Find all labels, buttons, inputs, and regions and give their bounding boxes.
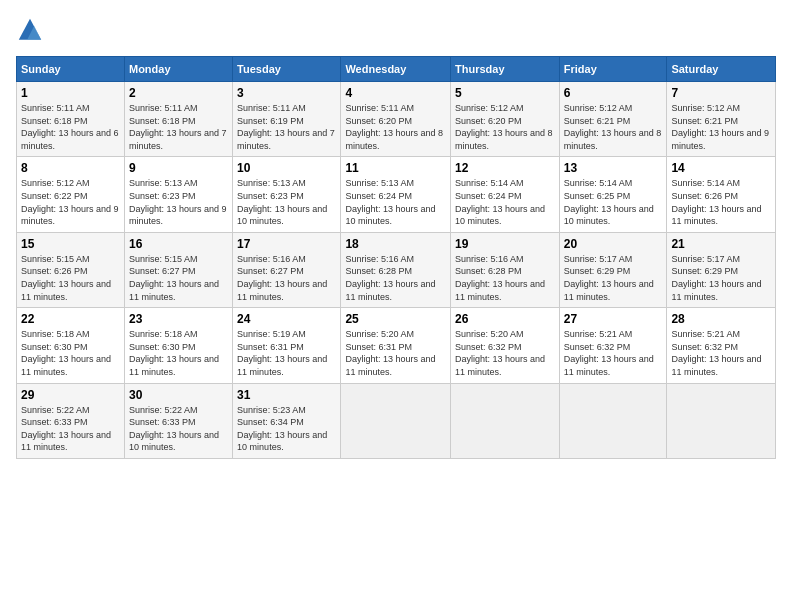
sunset-label: Sunset: 6:32 PM bbox=[564, 342, 631, 352]
sunrise-label: Sunrise: 5:12 AM bbox=[21, 178, 90, 188]
calendar-day-cell: 14 Sunrise: 5:14 AM Sunset: 6:26 PM Dayl… bbox=[667, 157, 776, 232]
day-number: 27 bbox=[564, 312, 663, 326]
day-info: Sunrise: 5:21 AM Sunset: 6:32 PM Dayligh… bbox=[564, 328, 663, 378]
daylight-label: Daylight: 13 hours and 11 minutes. bbox=[345, 279, 435, 302]
sunset-label: Sunset: 6:20 PM bbox=[345, 116, 412, 126]
calendar-day-cell: 21 Sunrise: 5:17 AM Sunset: 6:29 PM Dayl… bbox=[667, 232, 776, 307]
daylight-label: Daylight: 13 hours and 9 minutes. bbox=[671, 128, 769, 151]
sunrise-label: Sunrise: 5:11 AM bbox=[21, 103, 90, 113]
day-number: 13 bbox=[564, 161, 663, 175]
sunrise-label: Sunrise: 5:13 AM bbox=[345, 178, 414, 188]
sunset-label: Sunset: 6:31 PM bbox=[237, 342, 304, 352]
daylight-label: Daylight: 13 hours and 11 minutes. bbox=[671, 204, 761, 227]
calendar-body: 1 Sunrise: 5:11 AM Sunset: 6:18 PM Dayli… bbox=[17, 82, 776, 459]
sunset-label: Sunset: 6:25 PM bbox=[564, 191, 631, 201]
daylight-label: Daylight: 13 hours and 11 minutes. bbox=[237, 354, 327, 377]
daylight-label: Daylight: 13 hours and 6 minutes. bbox=[21, 128, 119, 151]
calendar-day-cell: 11 Sunrise: 5:13 AM Sunset: 6:24 PM Dayl… bbox=[341, 157, 451, 232]
day-number: 30 bbox=[129, 388, 228, 402]
sunset-label: Sunset: 6:28 PM bbox=[345, 266, 412, 276]
day-info: Sunrise: 5:13 AM Sunset: 6:23 PM Dayligh… bbox=[237, 177, 336, 227]
sunset-label: Sunset: 6:31 PM bbox=[345, 342, 412, 352]
calendar-day-cell bbox=[451, 383, 560, 458]
day-info: Sunrise: 5:12 AM Sunset: 6:21 PM Dayligh… bbox=[564, 102, 663, 152]
sunset-label: Sunset: 6:18 PM bbox=[129, 116, 196, 126]
calendar-week-row: 15 Sunrise: 5:15 AM Sunset: 6:26 PM Dayl… bbox=[17, 232, 776, 307]
weekday-header-cell: Thursday bbox=[451, 57, 560, 82]
calendar-day-cell: 27 Sunrise: 5:21 AM Sunset: 6:32 PM Dayl… bbox=[559, 308, 667, 383]
day-number: 29 bbox=[21, 388, 120, 402]
daylight-label: Daylight: 13 hours and 8 minutes. bbox=[455, 128, 553, 151]
weekday-header-cell: Saturday bbox=[667, 57, 776, 82]
day-info: Sunrise: 5:18 AM Sunset: 6:30 PM Dayligh… bbox=[21, 328, 120, 378]
weekday-header-cell: Friday bbox=[559, 57, 667, 82]
sunrise-label: Sunrise: 5:11 AM bbox=[345, 103, 414, 113]
calendar-day-cell: 5 Sunrise: 5:12 AM Sunset: 6:20 PM Dayli… bbox=[451, 82, 560, 157]
day-number: 6 bbox=[564, 86, 663, 100]
logo bbox=[16, 16, 48, 44]
daylight-label: Daylight: 13 hours and 11 minutes. bbox=[345, 354, 435, 377]
day-number: 26 bbox=[455, 312, 555, 326]
day-number: 19 bbox=[455, 237, 555, 251]
calendar-week-row: 29 Sunrise: 5:22 AM Sunset: 6:33 PM Dayl… bbox=[17, 383, 776, 458]
calendar-day-cell: 28 Sunrise: 5:21 AM Sunset: 6:32 PM Dayl… bbox=[667, 308, 776, 383]
day-number: 18 bbox=[345, 237, 446, 251]
day-number: 17 bbox=[237, 237, 336, 251]
sunrise-label: Sunrise: 5:21 AM bbox=[671, 329, 740, 339]
sunrise-label: Sunrise: 5:12 AM bbox=[455, 103, 524, 113]
calendar-day-cell: 30 Sunrise: 5:22 AM Sunset: 6:33 PM Dayl… bbox=[124, 383, 232, 458]
day-number: 9 bbox=[129, 161, 228, 175]
sunset-label: Sunset: 6:29 PM bbox=[564, 266, 631, 276]
logo-icon bbox=[16, 16, 44, 44]
sunset-label: Sunset: 6:22 PM bbox=[21, 191, 88, 201]
sunset-label: Sunset: 6:33 PM bbox=[129, 417, 196, 427]
sunrise-label: Sunrise: 5:22 AM bbox=[129, 405, 198, 415]
weekday-header-cell: Wednesday bbox=[341, 57, 451, 82]
daylight-label: Daylight: 13 hours and 11 minutes. bbox=[564, 279, 654, 302]
sunset-label: Sunset: 6:27 PM bbox=[237, 266, 304, 276]
day-info: Sunrise: 5:11 AM Sunset: 6:18 PM Dayligh… bbox=[129, 102, 228, 152]
daylight-label: Daylight: 13 hours and 10 minutes. bbox=[129, 430, 219, 453]
day-number: 2 bbox=[129, 86, 228, 100]
calendar-day-cell: 9 Sunrise: 5:13 AM Sunset: 6:23 PM Dayli… bbox=[124, 157, 232, 232]
day-number: 10 bbox=[237, 161, 336, 175]
sunset-label: Sunset: 6:30 PM bbox=[21, 342, 88, 352]
daylight-label: Daylight: 13 hours and 11 minutes. bbox=[237, 279, 327, 302]
sunset-label: Sunset: 6:21 PM bbox=[564, 116, 631, 126]
calendar-day-cell: 25 Sunrise: 5:20 AM Sunset: 6:31 PM Dayl… bbox=[341, 308, 451, 383]
daylight-label: Daylight: 13 hours and 9 minutes. bbox=[21, 204, 119, 227]
sunrise-label: Sunrise: 5:17 AM bbox=[671, 254, 740, 264]
sunset-label: Sunset: 6:33 PM bbox=[21, 417, 88, 427]
daylight-label: Daylight: 13 hours and 11 minutes. bbox=[129, 279, 219, 302]
day-info: Sunrise: 5:16 AM Sunset: 6:28 PM Dayligh… bbox=[455, 253, 555, 303]
sunset-label: Sunset: 6:26 PM bbox=[671, 191, 738, 201]
sunrise-label: Sunrise: 5:23 AM bbox=[237, 405, 306, 415]
day-number: 3 bbox=[237, 86, 336, 100]
sunset-label: Sunset: 6:30 PM bbox=[129, 342, 196, 352]
calendar-day-cell bbox=[341, 383, 451, 458]
calendar-week-row: 22 Sunrise: 5:18 AM Sunset: 6:30 PM Dayl… bbox=[17, 308, 776, 383]
day-number: 24 bbox=[237, 312, 336, 326]
calendar-day-cell: 31 Sunrise: 5:23 AM Sunset: 6:34 PM Dayl… bbox=[233, 383, 341, 458]
daylight-label: Daylight: 13 hours and 10 minutes. bbox=[345, 204, 435, 227]
sunrise-label: Sunrise: 5:14 AM bbox=[671, 178, 740, 188]
sunset-label: Sunset: 6:24 PM bbox=[455, 191, 522, 201]
day-number: 8 bbox=[21, 161, 120, 175]
day-number: 15 bbox=[21, 237, 120, 251]
day-info: Sunrise: 5:20 AM Sunset: 6:32 PM Dayligh… bbox=[455, 328, 555, 378]
calendar-week-row: 1 Sunrise: 5:11 AM Sunset: 6:18 PM Dayli… bbox=[17, 82, 776, 157]
day-number: 16 bbox=[129, 237, 228, 251]
sunset-label: Sunset: 6:23 PM bbox=[237, 191, 304, 201]
daylight-label: Daylight: 13 hours and 10 minutes. bbox=[564, 204, 654, 227]
calendar-day-cell: 1 Sunrise: 5:11 AM Sunset: 6:18 PM Dayli… bbox=[17, 82, 125, 157]
day-info: Sunrise: 5:13 AM Sunset: 6:23 PM Dayligh… bbox=[129, 177, 228, 227]
calendar-day-cell bbox=[667, 383, 776, 458]
daylight-label: Daylight: 13 hours and 11 minutes. bbox=[129, 354, 219, 377]
day-number: 14 bbox=[671, 161, 771, 175]
sunset-label: Sunset: 6:23 PM bbox=[129, 191, 196, 201]
sunrise-label: Sunrise: 5:22 AM bbox=[21, 405, 90, 415]
calendar-day-cell: 6 Sunrise: 5:12 AM Sunset: 6:21 PM Dayli… bbox=[559, 82, 667, 157]
calendar-day-cell: 3 Sunrise: 5:11 AM Sunset: 6:19 PM Dayli… bbox=[233, 82, 341, 157]
day-number: 28 bbox=[671, 312, 771, 326]
calendar-day-cell: 10 Sunrise: 5:13 AM Sunset: 6:23 PM Dayl… bbox=[233, 157, 341, 232]
